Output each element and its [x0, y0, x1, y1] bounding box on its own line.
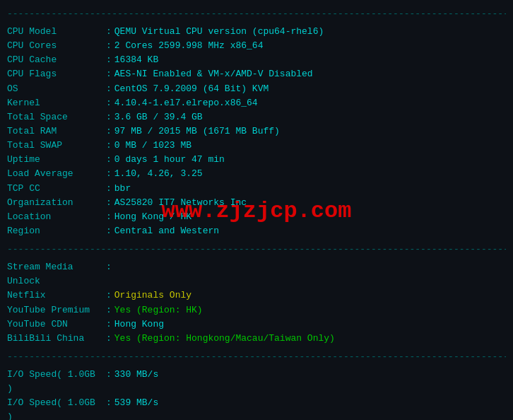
total-swap-value: 0 MB / 1023 MB — [114, 139, 191, 153]
cpu-cores-label: CPU Cores — [7, 39, 106, 53]
colon: : — [106, 288, 112, 303]
colon: : — [106, 303, 112, 317]
table-row: YouTube Premium : Yes (Region: HK) — [7, 303, 506, 317]
colon: : — [106, 124, 112, 139]
colon: : — [106, 224, 112, 238]
table-row: Load Average : 1.10, 4.26, 3.25 — [7, 167, 506, 181]
load-average-label: Load Average — [7, 167, 106, 181]
netflix-value: Originals Only — [114, 288, 191, 303]
table-row: Organization : AS25820 IT7 Networks Inc — [7, 196, 506, 210]
organization-label: Organization — [7, 196, 106, 210]
colon: : — [106, 110, 112, 124]
youtube-premium-label: YouTube Premium — [7, 303, 106, 317]
table-row: Kernel : 4.10.4-1.el7.elrepo.x86_64 — [7, 96, 506, 110]
total-space-label: Total Space — [7, 110, 106, 124]
table-row: CPU Model : QEMU Virtual CPU version (cp… — [7, 25, 506, 39]
colon: : — [106, 396, 112, 420]
table-row: I/O Speed( 1.0GB ) : 539 MB/s — [7, 396, 506, 420]
colon: : — [106, 196, 112, 210]
kernel-label: Kernel — [7, 96, 106, 110]
colon: : — [106, 53, 112, 67]
io-speed-1-value: 330 MB/s — [114, 368, 158, 396]
stream-media-header-row: Stream Media Unlock : — [7, 260, 506, 288]
divider-3: ----------------------------------------… — [7, 351, 506, 362]
cpu-cache-label: CPU Cache — [7, 53, 106, 67]
location-value: Hong Kong / HK — [114, 210, 191, 224]
total-swap-label: Total SWAP — [7, 139, 106, 153]
total-ram-label: Total RAM — [7, 124, 106, 139]
youtube-cdn-value: Hong Kong — [114, 317, 164, 332]
divider-2: ----------------------------------------… — [7, 244, 506, 255]
bilibili-label: BiliBili China — [7, 332, 106, 346]
colon: : — [106, 332, 112, 346]
colon: : — [106, 153, 112, 167]
colon: : — [106, 39, 112, 53]
table-row: CPU Cores : 2 Cores 2599.998 MHz x86_64 — [7, 39, 506, 53]
table-row: I/O Speed( 1.0GB ) : 330 MB/s — [7, 368, 506, 396]
cpu-cache-value: 16384 KB — [114, 53, 158, 67]
io-speed-section: I/O Speed( 1.0GB ) : 330 MB/s I/O Speed(… — [7, 365, 506, 420]
uptime-label: Uptime — [7, 153, 106, 167]
colon: : — [106, 260, 112, 288]
cpu-flags-value: AES-NI Enabled & VM-x/AMD-V Disabled — [114, 67, 313, 81]
table-row: Region : Central and Western — [7, 224, 506, 238]
table-row: BiliBili China : Yes (Region: Hongkong/M… — [7, 332, 506, 346]
colon: : — [106, 368, 112, 396]
io-speed-2-label: I/O Speed( 1.0GB ) — [7, 396, 106, 420]
system-info-section: CPU Model : QEMU Virtual CPU version (cp… — [7, 22, 506, 241]
youtube-cdn-label: YouTube CDN — [7, 317, 106, 332]
uptime-value: 0 days 1 hour 47 min — [114, 153, 225, 167]
bilibili-value: Yes (Region: Hongkong/Macau/Taiwan Only) — [114, 332, 335, 346]
top-divider: ----------------------------------------… — [7, 8, 506, 19]
colon: : — [106, 96, 112, 110]
region-value: Central and Western — [114, 224, 219, 238]
io-speed-2-value: 539 MB/s — [114, 396, 158, 420]
tcp-cc-label: TCP CC — [7, 182, 106, 196]
table-row: Total Space : 3.6 GB / 39.4 GB — [7, 110, 506, 124]
total-space-value: 3.6 GB / 39.4 GB — [114, 110, 203, 124]
table-row: CPU Flags : AES-NI Enabled & VM-x/AMD-V … — [7, 67, 506, 81]
colon: : — [106, 210, 112, 224]
table-row: Total SWAP : 0 MB / 1023 MB — [7, 139, 506, 153]
table-row: Location : Hong Kong / HK — [7, 210, 506, 224]
os-value: CentOS 7.9.2009 (64 Bit) KVM — [114, 82, 269, 96]
cpu-model-value: QEMU Virtual CPU version (cpu64-rhel6) — [114, 25, 324, 39]
organization-value: AS25820 IT7 Networks Inc — [114, 196, 247, 210]
table-row: Total RAM : 97 MB / 2015 MB (1671 MB Buf… — [7, 124, 506, 139]
table-row: CPU Cache : 16384 KB — [7, 53, 506, 67]
kernel-value: 4.10.4-1.el7.elrepo.x86_64 — [114, 96, 258, 110]
colon: : — [106, 167, 112, 181]
load-average-value: 1.10, 4.26, 3.25 — [114, 167, 203, 181]
youtube-premium-value: Yes (Region: HK) — [114, 303, 203, 317]
colon: : — [106, 317, 112, 332]
stream-media-section: Stream Media Unlock : Netflix : Original… — [7, 257, 506, 349]
table-row: YouTube CDN : Hong Kong — [7, 317, 506, 332]
io-speed-1-label: I/O Speed( 1.0GB ) — [7, 368, 106, 396]
region-label: Region — [7, 224, 106, 238]
cpu-model-label: CPU Model — [7, 25, 106, 39]
os-label: OS — [7, 82, 106, 96]
table-row: OS : CentOS 7.9.2009 (64 Bit) KVM — [7, 82, 506, 96]
location-label: Location — [7, 210, 106, 224]
colon: : — [106, 82, 112, 96]
colon: : — [106, 67, 112, 81]
tcp-cc-value: bbr — [114, 182, 131, 196]
colon: : — [106, 139, 112, 153]
table-row: Uptime : 0 days 1 hour 47 min — [7, 153, 506, 167]
colon: : — [106, 182, 112, 196]
stream-media-header: Stream Media Unlock — [7, 260, 106, 288]
netflix-label: Netflix — [7, 288, 106, 303]
table-row: Netflix : Originals Only — [7, 288, 506, 303]
cpu-flags-label: CPU Flags — [7, 67, 106, 81]
total-ram-value: 97 MB / 2015 MB (1671 MB Buff) — [114, 124, 280, 139]
table-row: TCP CC : bbr — [7, 182, 506, 196]
cpu-cores-value: 2 Cores 2599.998 MHz x86_64 — [114, 39, 264, 53]
colon: : — [106, 25, 112, 39]
